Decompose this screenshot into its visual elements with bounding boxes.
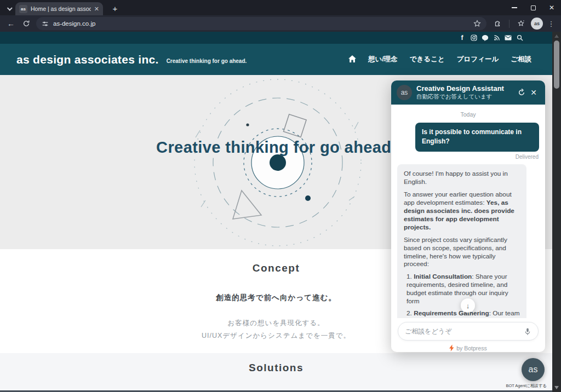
bot-message: Of course! I'm happy to assist you in En… bbox=[397, 164, 526, 318]
scrollbar-thumb[interactable] bbox=[554, 41, 559, 89]
nav-item-services[interactable]: できること bbox=[410, 55, 445, 64]
new-tab-button[interactable]: + bbox=[110, 3, 121, 14]
chat-fab-button[interactable]: as bbox=[522, 358, 545, 381]
reset-icon bbox=[517, 88, 526, 97]
url-text: as-design.co.jp bbox=[53, 20, 469, 27]
tab-title: Home | as design associates inc bbox=[31, 5, 91, 12]
screen: as Home | as design associates inc ✕ + ✕… bbox=[0, 0, 561, 392]
browser-tab[interactable]: as Home | as design associates inc ✕ bbox=[15, 2, 103, 15]
reload-button[interactable] bbox=[19, 16, 34, 31]
browser-toolbar: ← as-design.co.jp as ⋮ bbox=[0, 15, 561, 32]
window-controls: ✕ bbox=[505, 0, 561, 15]
site-favicon: as bbox=[19, 5, 27, 13]
star-sparkle-icon bbox=[517, 20, 525, 27]
line-icon[interactable] bbox=[482, 34, 489, 42]
rss-icon[interactable] bbox=[493, 34, 500, 42]
botpress-lightning-icon bbox=[449, 344, 454, 351]
nav-item-contact[interactable]: ご相談 bbox=[511, 55, 531, 64]
search-icon[interactable] bbox=[516, 34, 523, 42]
facebook-icon[interactable]: f bbox=[459, 34, 466, 42]
nav-home-button[interactable] bbox=[348, 55, 356, 64]
profile-avatar[interactable]: as bbox=[531, 18, 543, 30]
botpress-label: by Botpress bbox=[456, 345, 486, 351]
nav-item-philosophy[interactable]: 想い/理念 bbox=[368, 55, 398, 64]
toolbar-separator bbox=[509, 20, 510, 28]
tab-search-button[interactable] bbox=[4, 3, 15, 13]
chevron-down-icon bbox=[7, 5, 12, 10]
home-icon bbox=[348, 55, 356, 62]
toolbar-actions: as ⋮ bbox=[490, 16, 557, 31]
chat-close-icon[interactable]: ✕ bbox=[528, 87, 540, 99]
back-button[interactable]: ← bbox=[3, 16, 19, 31]
reload-icon bbox=[22, 20, 30, 27]
maximize-icon bbox=[531, 5, 536, 10]
minimize-button[interactable] bbox=[505, 0, 524, 15]
user-message-bubble: Is it possible to communicate in English… bbox=[415, 123, 539, 152]
scroll-to-bottom-button[interactable]: ↓ bbox=[461, 298, 475, 313]
chat-fab-caption: BOT Agentに相談する bbox=[505, 383, 547, 389]
hero-illustration bbox=[174, 75, 382, 249]
chat-input-pill[interactable] bbox=[398, 322, 539, 341]
scrollbar-down-arrow[interactable] bbox=[554, 386, 559, 389]
site-settings-icon[interactable] bbox=[42, 20, 49, 27]
solutions-section: Solutions bbox=[0, 353, 552, 390]
chat-bot-avatar: as bbox=[397, 85, 412, 100]
extensions-button[interactable] bbox=[490, 16, 505, 31]
scrollbar-up-arrow[interactable] bbox=[554, 34, 559, 38]
microphone-icon[interactable] bbox=[524, 327, 531, 336]
chat-messages[interactable]: Today Is it possible to communicate in E… bbox=[391, 105, 545, 318]
minimize-icon bbox=[512, 7, 517, 8]
close-button[interactable]: ✕ bbox=[542, 0, 561, 15]
address-bar[interactable]: as-design.co.jp bbox=[36, 17, 486, 30]
chat-widget: as Creative Design Assistant 自動応答でお答えしてい… bbox=[391, 80, 545, 352]
maximize-button[interactable] bbox=[524, 0, 542, 15]
chat-input-zone: by Botpress bbox=[391, 318, 545, 351]
browser-tab-strip: as Home | as design associates inc ✕ + ✕ bbox=[0, 0, 561, 15]
three-dots-icon: ⋮ bbox=[548, 20, 555, 28]
date-divider: Today bbox=[397, 111, 539, 118]
solutions-title: Solutions bbox=[0, 353, 552, 374]
site-logo[interactable]: as design associates inc. bbox=[16, 53, 159, 66]
extensions-puzzle-icon bbox=[494, 20, 501, 27]
browser-menu-button[interactable]: ⋮ bbox=[545, 16, 557, 31]
site-tagline: Creative thinking for go ahead. bbox=[167, 58, 247, 64]
bookmark-star-icon[interactable] bbox=[473, 20, 481, 27]
mail-icon[interactable] bbox=[505, 34, 512, 42]
chat-title: Creative Design Assistant bbox=[416, 84, 516, 93]
social-bar: f bbox=[0, 32, 552, 44]
chat-subtitle: 自動応答でお答えしています bbox=[416, 93, 516, 101]
page-scrollbar[interactable] bbox=[552, 32, 561, 392]
site-header: as design associates inc. Creative think… bbox=[0, 44, 552, 75]
side-panel-button[interactable] bbox=[513, 16, 529, 31]
nav-item-profile[interactable]: プロフィール bbox=[457, 55, 499, 64]
main-nav: 想い/理念 できること プロフィール ご相談 bbox=[348, 55, 531, 64]
instagram-icon[interactable] bbox=[470, 34, 477, 42]
tab-close-icon[interactable]: ✕ bbox=[94, 6, 99, 12]
delivered-status: Delivered bbox=[398, 154, 539, 160]
chat-reset-button[interactable] bbox=[516, 87, 528, 99]
chat-header: as Creative Design Assistant 自動応答でお答えしてい… bbox=[391, 80, 545, 105]
chat-footer[interactable]: by Botpress bbox=[398, 344, 539, 351]
chat-input[interactable] bbox=[405, 327, 524, 335]
